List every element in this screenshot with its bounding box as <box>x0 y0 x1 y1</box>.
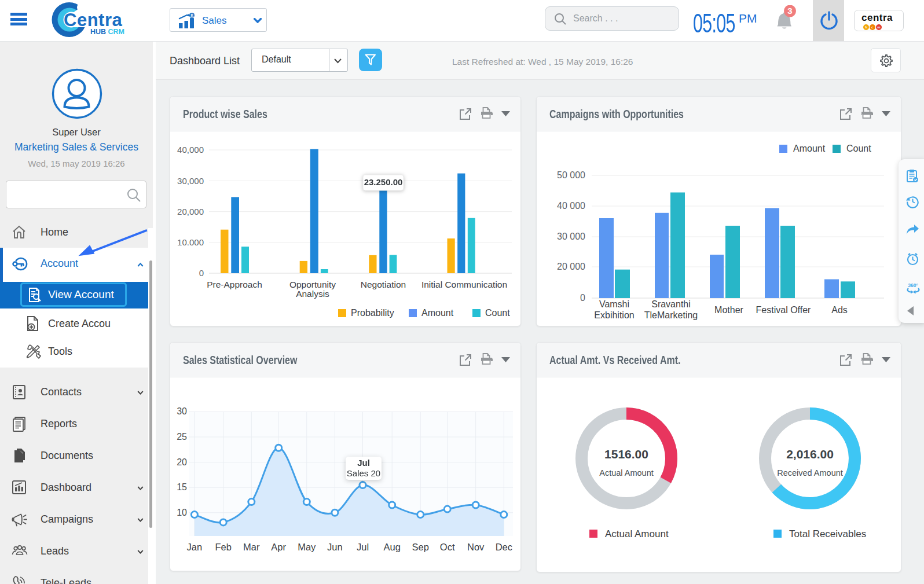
svg-text:Probability: Probability <box>351 308 394 318</box>
svg-text:Oct: Oct <box>440 542 455 552</box>
svg-text:Centra: Centra <box>64 10 122 30</box>
svg-text:25: 25 <box>177 432 187 442</box>
svg-text:Sales 20: Sales 20 <box>347 468 380 478</box>
svg-text:15: 15 <box>177 482 187 492</box>
svg-text:Feb: Feb <box>215 542 231 552</box>
svg-text:May: May <box>298 542 316 552</box>
svg-text:Jan: Jan <box>187 542 203 552</box>
svg-text:40,000: 40,000 <box>177 145 204 155</box>
svg-text:Actual Amount: Actual Amount <box>599 468 654 478</box>
svg-text:Initial Communication: Initial Communication <box>421 280 507 289</box>
svg-text:Dec: Dec <box>496 542 512 552</box>
svg-text:3: 3 <box>787 6 792 16</box>
svg-text:Actual Amount: Actual Amount <box>605 528 669 539</box>
svg-text:Jul: Jul <box>357 542 369 552</box>
svg-text:Total Receivables: Total Receivables <box>789 528 866 539</box>
svg-text:50 000: 50 000 <box>557 170 585 180</box>
svg-text:Apr: Apr <box>271 542 286 552</box>
svg-text:30: 30 <box>177 406 187 416</box>
svg-text:Exbihition: Exbihition <box>594 310 634 320</box>
svg-text:Ads: Ads <box>831 305 848 315</box>
svg-text:30,000: 30,000 <box>177 176 204 186</box>
svg-text:Aug: Aug <box>384 542 401 552</box>
svg-text:30 000: 30 000 <box>557 232 585 241</box>
svg-text:Vamshi: Vamshi <box>599 299 629 309</box>
svg-text:Nov: Nov <box>467 542 485 552</box>
svg-text:10: 10 <box>177 508 187 517</box>
svg-text:0: 0 <box>199 268 204 278</box>
svg-text:Amount: Amount <box>793 144 826 153</box>
svg-text:20,000: 20,000 <box>177 207 204 216</box>
svg-text:Pre-Approach: Pre-Approach <box>207 280 262 289</box>
svg-text:Jun: Jun <box>327 542 343 552</box>
svg-text:HUB CRM: HUB CRM <box>90 28 124 36</box>
svg-text:40 000: 40 000 <box>557 201 585 211</box>
svg-text:Mar: Mar <box>243 542 260 552</box>
svg-text:0: 0 <box>580 293 585 303</box>
svg-text:Sravanthi: Sravanthi <box>651 299 691 309</box>
svg-text:Jul: Jul <box>357 458 370 468</box>
svg-text:23.250.00: 23.250.00 <box>364 177 403 187</box>
svg-text:360°: 360° <box>908 282 918 288</box>
svg-text:Analysis: Analysis <box>296 289 329 299</box>
svg-text:Count: Count <box>485 308 510 318</box>
svg-text:1516.00: 1516.00 <box>604 447 648 461</box>
svg-text:10.000: 10.000 <box>177 237 204 247</box>
svg-text:Received Amount: Received Amount <box>777 468 843 478</box>
svg-text:Festival Offer: Festival Offer <box>756 305 812 315</box>
svg-text:Negotiation: Negotiation <box>361 280 406 289</box>
svg-text:Opportunity: Opportunity <box>289 280 336 289</box>
svg-text:2,016.00: 2,016.00 <box>786 447 834 461</box>
svg-text:20 000: 20 000 <box>557 262 585 271</box>
svg-text:$: $ <box>190 13 193 19</box>
svg-text:Sep: Sep <box>412 542 429 552</box>
svg-text:20: 20 <box>177 457 187 467</box>
svg-text:Count: Count <box>846 144 871 153</box>
svg-text:TleMarketing: TleMarketing <box>644 310 698 320</box>
svg-text:Amount: Amount <box>421 308 454 318</box>
svg-text:Mother: Mother <box>714 305 743 315</box>
